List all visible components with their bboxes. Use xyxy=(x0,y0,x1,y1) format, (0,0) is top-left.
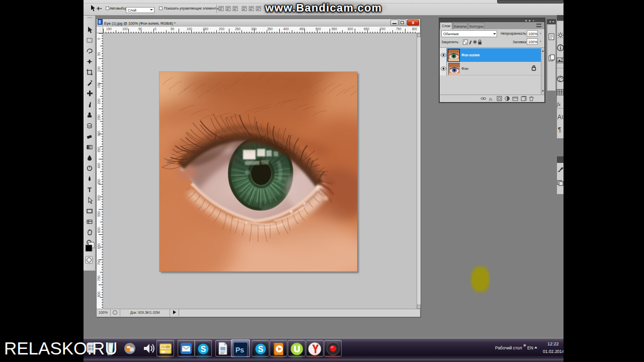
svg-text:Ps: Ps xyxy=(235,346,244,354)
svg-text:200: 200 xyxy=(97,99,101,104)
svg-text:750: 750 xyxy=(396,27,401,31)
svg-text:0: 0 xyxy=(154,27,156,31)
svg-text:250: 250 xyxy=(97,115,101,120)
svg-text:200: 200 xyxy=(219,27,224,31)
svg-text:100: 100 xyxy=(187,27,192,31)
svg-text:300: 300 xyxy=(251,27,257,31)
svg-text:S: S xyxy=(201,345,206,353)
svg-text:600: 600 xyxy=(97,227,101,233)
svg-text:750: 750 xyxy=(97,276,101,281)
svg-text:550: 550 xyxy=(332,27,337,31)
svg-text:450: 450 xyxy=(299,27,305,31)
svg-text:150: 150 xyxy=(106,27,112,31)
svg-text:450: 450 xyxy=(97,179,101,185)
svg-text:100: 100 xyxy=(97,66,101,72)
svg-text:650: 650 xyxy=(364,27,369,31)
svg-text:100: 100 xyxy=(122,27,128,31)
svg-text:fx.: fx. xyxy=(489,97,493,102)
svg-text:800: 800 xyxy=(97,292,101,297)
svg-text:400: 400 xyxy=(283,27,289,31)
svg-text:250: 250 xyxy=(235,27,240,31)
svg-text:300: 300 xyxy=(97,131,101,136)
svg-text:500: 500 xyxy=(97,195,101,201)
svg-text:500: 500 xyxy=(315,27,321,31)
svg-text:0: 0 xyxy=(97,38,101,40)
svg-text:S: S xyxy=(258,345,264,353)
svg-text:¶: ¶ xyxy=(558,126,561,133)
svg-text:600: 600 xyxy=(348,27,353,31)
svg-text:650: 650 xyxy=(97,243,101,249)
svg-text:350: 350 xyxy=(267,27,273,31)
svg-text:550: 550 xyxy=(97,211,101,217)
svg-text:350: 350 xyxy=(97,147,101,152)
svg-text:400: 400 xyxy=(97,163,101,168)
svg-text:50: 50 xyxy=(171,27,175,31)
svg-text:150: 150 xyxy=(97,82,101,88)
svg-text:150: 150 xyxy=(203,27,208,31)
svg-text:50: 50 xyxy=(97,52,101,56)
svg-text:A: A xyxy=(557,114,561,121)
svg-text:800: 800 xyxy=(412,27,417,31)
svg-text:fx: fx xyxy=(557,102,561,107)
svg-text:700: 700 xyxy=(97,259,101,265)
svg-text:700: 700 xyxy=(380,27,385,31)
svg-text:T: T xyxy=(88,186,92,194)
svg-text:50: 50 xyxy=(138,27,142,31)
